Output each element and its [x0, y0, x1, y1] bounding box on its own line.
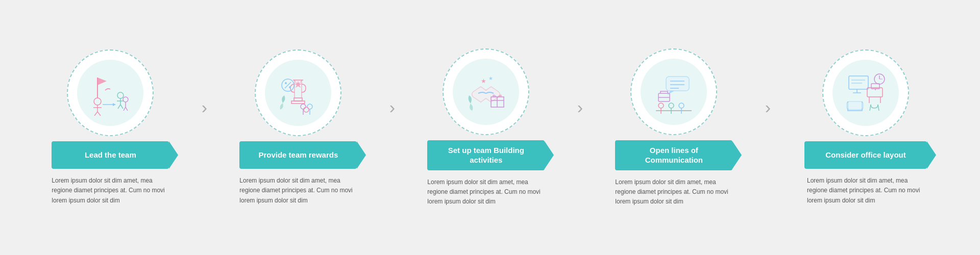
svg-rect-49 — [849, 76, 868, 89]
step-communication: Open lines of Communication Lorem ipsum … — [584, 48, 764, 207]
step-label-1: Lead the team — [52, 141, 169, 169]
building-icon: ★ ★ — [463, 69, 509, 115]
svg-line-13 — [120, 105, 123, 109]
step-wrapper-4: Open lines of Communication Lorem ipsum … — [584, 48, 772, 207]
svg-line-59 — [870, 105, 871, 111]
svg-line-16 — [124, 107, 126, 111]
communication-icon — [651, 69, 697, 115]
svg-line-12 — [118, 105, 120, 109]
step-circle-2 — [255, 49, 341, 136]
svg-point-42 — [658, 103, 664, 108]
office-icon — [843, 70, 889, 116]
infographic: Lead the team Lorem ipsum dolor sit dim … — [0, 0, 980, 255]
svg-line-17 — [126, 107, 128, 111]
lead-icon — [87, 70, 133, 116]
svg-line-60 — [878, 105, 879, 111]
chevron-2: › — [389, 97, 395, 117]
step-circle-4 — [630, 48, 717, 135]
step-desc-5: Lorem ipsum dolor sit dim amet, mea regi… — [807, 176, 924, 206]
svg-point-24 — [289, 86, 291, 88]
svg-text:★: ★ — [481, 78, 486, 85]
step-wrapper-2: Provide team rewards Lorem ipsum dolor s… — [208, 49, 396, 206]
svg-point-27 — [304, 107, 309, 112]
step-office-layout: Consider office layout Lorem ipsum dolor… — [772, 49, 960, 206]
svg-point-9 — [117, 92, 124, 98]
step-desc-4: Lorem ipsum dolor sit dim amet, mea regi… — [615, 177, 732, 207]
chevron-3: › — [577, 97, 583, 117]
step-label-2: Provide team rewards — [239, 141, 357, 169]
svg-marker-8 — [113, 103, 116, 106]
svg-line-5 — [94, 112, 97, 116]
svg-line-6 — [97, 112, 101, 116]
step-desc-1: Lorem ipsum dolor sit dim amet, mea regi… — [52, 176, 169, 206]
svg-text:★: ★ — [488, 75, 493, 81]
step-label-3: Set up team Building activities — [427, 140, 545, 170]
step-desc-2: Lorem ipsum dolor sit dim amet, mea regi… — [239, 176, 357, 206]
svg-rect-35 — [666, 76, 689, 91]
step-team-building: ★ ★ Set up team Building activities Lore… — [396, 48, 576, 207]
svg-point-44 — [679, 103, 684, 108]
step-label-4: Open lines of Communication — [615, 140, 732, 170]
svg-rect-18 — [294, 98, 302, 101]
step-icon-bg-2 — [265, 60, 331, 126]
step-circle-1 — [67, 49, 154, 136]
step-wrapper-3: ★ ★ Set up team Building activities Lore… — [396, 48, 584, 207]
chevron-4: › — [765, 97, 771, 117]
step-icon-bg-5 — [832, 60, 899, 126]
step-provide-team-rewards: Provide team rewards Lorem ipsum dolor s… — [208, 49, 388, 206]
step-label-5: Consider office layout — [804, 141, 927, 169]
chevron-1: › — [202, 97, 207, 117]
svg-rect-19 — [291, 101, 305, 104]
svg-marker-1 — [97, 78, 107, 85]
step-lead-the-team: Lead the team Lorem ipsum dolor sit dim … — [20, 49, 201, 206]
step-wrapper-1: Lead the team Lorem ipsum dolor sit dim … — [20, 49, 208, 206]
step-icon-bg-4 — [641, 59, 707, 125]
step-circle-3: ★ ★ — [443, 48, 529, 135]
step-wrapper-5: Consider office layout Lorem ipsum dolor… — [772, 49, 960, 206]
rewards-icon — [275, 70, 321, 116]
svg-point-14 — [123, 97, 128, 102]
svg-point-23 — [285, 82, 287, 84]
svg-point-25 — [301, 104, 306, 109]
step-circle-5 — [822, 49, 909, 136]
svg-point-43 — [669, 103, 674, 108]
step-desc-3: Lorem ipsum dolor sit dim amet, mea regi… — [427, 177, 545, 207]
step-icon-bg-3: ★ ★ — [453, 59, 519, 125]
svg-point-2 — [94, 98, 101, 105]
step-icon-bg-1 — [77, 60, 143, 126]
